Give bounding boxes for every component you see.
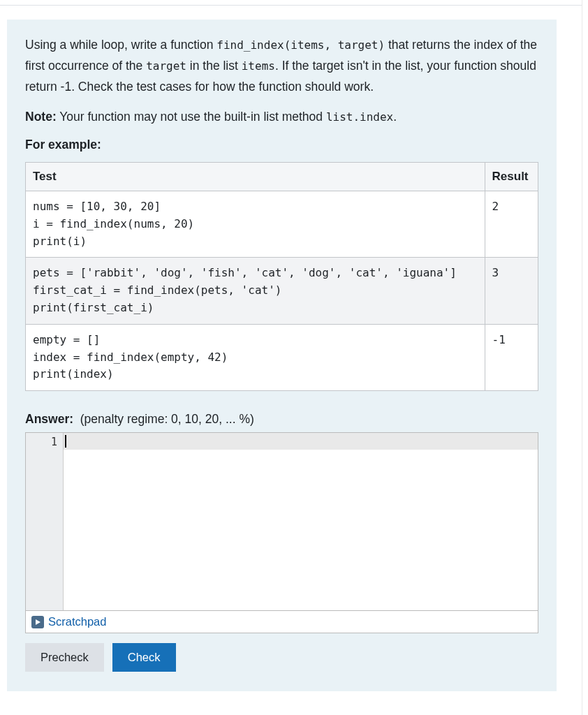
editor-area[interactable]: 1: [26, 433, 538, 610]
top-bar: [0, 0, 588, 6]
q-code: find_index(items, target): [216, 38, 385, 52]
note-label: Note:: [25, 110, 57, 124]
answer-label: Answer: (penalty regime: 0, 10, 20, ... …: [25, 412, 538, 427]
cursor-icon: [65, 435, 66, 448]
line-gutter: 1: [26, 433, 64, 610]
q-code: items: [242, 59, 275, 73]
test-cell: pets = ['rabbit', 'dog', 'fish', 'cat', …: [26, 258, 485, 324]
scratchpad-bar[interactable]: Scratchpad: [25, 611, 538, 633]
table-header-test: Test: [26, 163, 485, 191]
scratchpad-link[interactable]: Scratchpad: [48, 615, 106, 628]
svg-marker-0: [36, 619, 41, 625]
test-cell: empty = [] index = find_index(empty, 42)…: [26, 324, 485, 390]
check-button[interactable]: Check: [112, 643, 176, 672]
penalty-regime: (penalty regime: 0, 10, 20, ... %): [80, 412, 254, 426]
note-code: list.index: [326, 110, 393, 124]
example-label: For example:: [25, 138, 538, 152]
result-cell: 3: [485, 258, 538, 324]
result-cell: 2: [485, 191, 538, 258]
right-strip: [582, 0, 588, 691]
q-code: target: [146, 59, 186, 73]
table-row: empty = [] index = find_index(empty, 42)…: [26, 324, 538, 390]
note-text: Note: Your function may not use the buil…: [25, 107, 538, 128]
test-cell: nums = [10, 30, 20] i = find_index(nums,…: [26, 191, 485, 258]
table-row: nums = [10, 30, 20] i = find_index(nums,…: [26, 191, 538, 258]
table-row: pets = ['rabbit', 'dog', 'fish', 'cat', …: [26, 258, 538, 324]
code-line[interactable]: [64, 433, 538, 448]
question-card: Using a while loop, write a function fin…: [7, 20, 557, 691]
note-before: Your function may not use the built-in l…: [57, 110, 326, 124]
code-rest[interactable]: [64, 450, 538, 610]
code-editor[interactable]: 1: [25, 432, 538, 611]
line-number: 1: [26, 436, 57, 448]
play-icon: [31, 616, 44, 628]
examples-table: Test Result nums = [10, 30, 20] i = find…: [25, 162, 538, 391]
q-part: in the list: [186, 59, 242, 73]
result-cell: -1: [485, 324, 538, 390]
code-area[interactable]: [64, 433, 538, 610]
button-row: Precheck Check: [25, 643, 538, 672]
question-text: Using a while loop, write a function fin…: [25, 35, 538, 97]
note-after: .: [393, 110, 397, 124]
table-header-result: Result: [485, 163, 538, 191]
precheck-button[interactable]: Precheck: [25, 643, 104, 672]
q-part: Using a while loop, write a function: [25, 38, 216, 52]
answer-bold: Answer:: [25, 412, 73, 426]
